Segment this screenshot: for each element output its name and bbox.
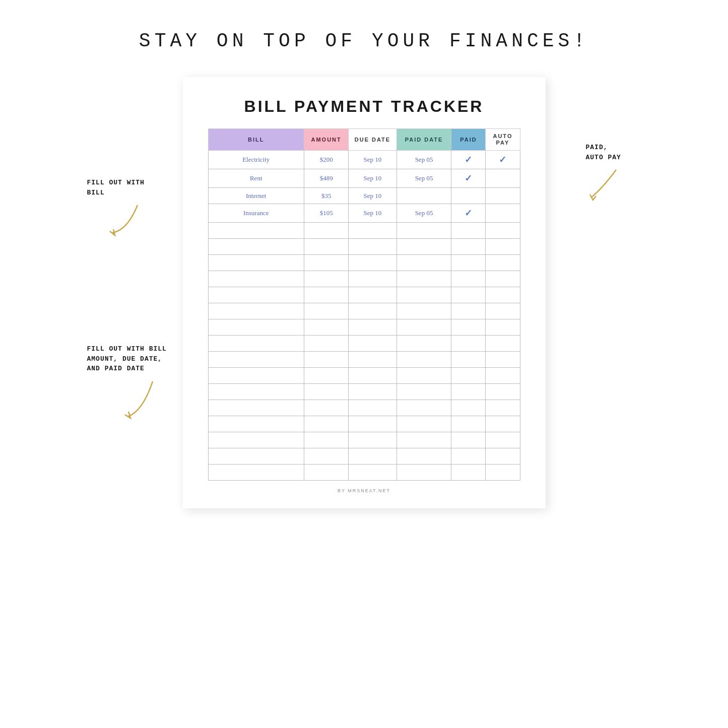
empty-cell [304,448,348,465]
empty-cell [451,416,486,432]
empty-cell [208,416,304,432]
th-amount: Amount [304,129,348,151]
table-row-empty [208,223,520,239]
empty-cell [486,384,520,400]
empty-cell [486,448,520,465]
empty-cell [304,432,348,448]
empty-cell [396,432,451,448]
table-row-empty [208,400,520,416]
empty-cell [208,319,304,336]
empty-cell [396,287,451,303]
cell-paiddate: Sep 05 [396,204,451,223]
cell-bill: Rent [208,169,304,188]
empty-cell [451,465,486,481]
empty-cell [451,239,486,255]
empty-cell [396,448,451,465]
cell-amount: $35 [304,188,348,204]
empty-cell [451,432,486,448]
cell-paid: ✓ [451,151,486,169]
empty-cell [486,303,520,319]
table-row-empty [208,465,520,481]
empty-cell [451,400,486,416]
cell-paiddate: Sep 05 [396,169,451,188]
annotation-left-bottom-text: FILL OUT WITH BILLAMOUNT, DUE DATE,AND P… [87,344,178,374]
empty-cell [486,271,520,287]
table-row-empty [208,255,520,271]
table-row-empty [208,271,520,287]
empty-cell [396,319,451,336]
annotation-right-text: PAID,AUTO PAY [586,143,636,162]
empty-cell [208,368,304,384]
empty-cell [208,239,304,255]
empty-cell [451,368,486,384]
empty-cell [451,448,486,465]
empty-cell [451,287,486,303]
empty-cell [349,465,396,481]
empty-cell [451,336,486,352]
empty-cell [486,368,520,384]
empty-cell [486,319,520,336]
arrow-left-top [87,200,148,240]
empty-cell [208,352,304,368]
empty-cell [208,400,304,416]
empty-cell [486,239,520,255]
empty-cell [486,352,520,368]
cell-bill: Internet [208,188,304,204]
th-autopay: AUTOPAY [486,129,520,151]
empty-cell [208,223,304,239]
arrow-right [586,165,626,205]
empty-cell [349,255,396,271]
annotation-left-top-text: FILL OUT WITHBILL [87,178,168,197]
empty-cell [396,416,451,432]
empty-cell [486,432,520,448]
cell-autopay [486,204,520,223]
table-row-empty [208,336,520,352]
empty-cell [396,271,451,287]
cell-duedate: Sep 10 [349,204,396,223]
empty-cell [396,303,451,319]
empty-cell [304,239,348,255]
arrow-left-bottom [87,376,163,427]
empty-cell [486,255,520,271]
empty-cell [304,319,348,336]
empty-cell [304,352,348,368]
empty-cell [304,271,348,287]
cell-paid: ✓ [451,169,486,188]
cell-paid [451,188,486,204]
table-row: Rent$489Sep 10Sep 05✓ [208,169,520,188]
tracker-table: Bill Amount Due Date Paid Date Paid AUTO… [208,128,520,481]
table-body: Electricity$200Sep 10Sep 05✓✓Rent$489Sep… [208,151,520,481]
table-row-empty [208,384,520,400]
empty-cell [349,303,396,319]
empty-cell [208,384,304,400]
empty-cell [349,223,396,239]
empty-cell [349,271,396,287]
table-row: Electricity$200Sep 10Sep 05✓✓ [208,151,520,169]
empty-cell [451,352,486,368]
tracker-card: Bill Payment Tracker Bill Amount Due Dat… [183,77,546,508]
empty-cell [304,336,348,352]
table-row-empty [208,352,520,368]
empty-cell [396,352,451,368]
empty-cell [451,223,486,239]
empty-cell [304,400,348,416]
empty-cell [451,384,486,400]
cell-autopay [486,169,520,188]
cell-amount: $489 [304,169,348,188]
empty-cell [451,319,486,336]
table-row-empty [208,239,520,255]
empty-cell [208,465,304,481]
empty-cell [208,255,304,271]
empty-cell [208,287,304,303]
cell-amount: $105 [304,204,348,223]
cell-autopay [486,188,520,204]
empty-cell [396,384,451,400]
th-paid: Paid [451,129,486,151]
table-row-empty [208,432,520,448]
empty-cell [208,432,304,448]
empty-cell [396,336,451,352]
empty-cell [349,287,396,303]
annotation-left-bottom: FILL OUT WITH BILLAMOUNT, DUE DATE,AND P… [87,344,178,429]
empty-cell [208,303,304,319]
empty-cell [396,368,451,384]
